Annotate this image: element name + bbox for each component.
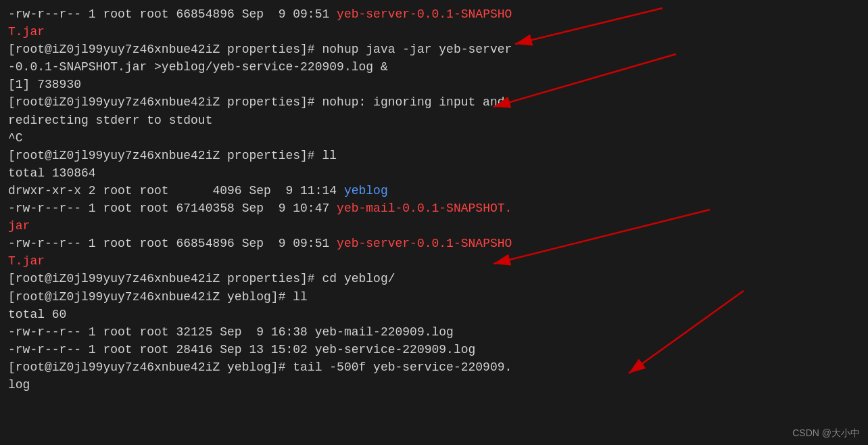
terminal-text: [1] 738930 [8, 78, 81, 91]
terminal-line: ^C [8, 129, 860, 147]
terminal-line: -rw-r--r-- 1 root root 28416 Sep 13 15:0… [8, 341, 860, 358]
terminal-line: [1] 738930 [8, 76, 860, 93]
terminal-text: T.jar [8, 254, 45, 268]
terminal-text: yeb-mail-0.0.1-SNAPSHOT. [337, 202, 512, 215]
terminal-line: [root@iZ0jl99yuy7z46xnbue42iZ yeblog]# t… [8, 358, 860, 376]
terminal-line: -rw-r--r-- 1 root root 67140358 Sep 9 10… [8, 200, 860, 217]
terminal-text: [root@iZ0jl99yuy7z46xnbue42iZ properties… [8, 272, 395, 285]
terminal-text: -rw-r--r-- 1 root root 28416 Sep 13 15:0… [8, 343, 475, 356]
terminal-text: -0.0.1-SNAPSHOT.jar >yeblog/yeb-service-… [8, 60, 388, 74]
terminal-text: [root@iZ0jl99yuy7z46xnbue42iZ properties… [8, 43, 512, 56]
terminal-text: yeb-server-0.0.1-SNAPSHO [337, 7, 512, 21]
terminal-text: [root@iZ0jl99yuy7z46xnbue42iZ properties… [8, 149, 337, 162]
csdn-watermark: CSDN @大小中 [792, 426, 860, 440]
terminal-line: redirecting stderr to stdout [8, 112, 860, 129]
terminal-text: yeb-server-0.0.1-SNAPSHO [337, 237, 512, 250]
terminal-line: drwxr-xr-x 2 root root 4096 Sep 9 11:14 … [8, 182, 860, 200]
terminal-text: yeblog [344, 184, 388, 197]
terminal-text: [root@iZ0jl99yuy7z46xnbue42iZ yeblog]# l… [8, 290, 308, 304]
terminal-line: [root@iZ0jl99yuy7z46xnbue42iZ yeblog]# l… [8, 288, 860, 306]
terminal-line: -rw-r--r-- 1 root root 32125 Sep 9 16:38… [8, 323, 860, 341]
terminal-text: -rw-r--r-- 1 root root 66854896 Sep 9 09… [8, 7, 337, 21]
terminal-text: [root@iZ0jl99yuy7z46xnbue42iZ yeblog]# t… [8, 360, 512, 374]
terminal-text: log [8, 378, 30, 392]
terminal-text: drwxr-xr-x 2 root root 4096 Sep 9 11:14 [8, 184, 344, 197]
terminal-line: -rw-r--r-- 1 root root 66854896 Sep 9 09… [8, 235, 860, 252]
terminal-line: [root@iZ0jl99yuy7z46xnbue42iZ properties… [8, 147, 860, 164]
terminal-text: jar [8, 219, 30, 233]
terminal-text: -rw-r--r-- 1 root root 32125 Sep 9 16:38… [8, 325, 454, 339]
terminal-line: -0.0.1-SNAPSHOT.jar >yeblog/yeb-service-… [8, 58, 860, 76]
terminal-line: [root@iZ0jl99yuy7z46xnbue42iZ properties… [8, 41, 860, 58]
terminal-text: redirecting stderr to stdout [8, 114, 212, 127]
terminal-line: jar [8, 217, 860, 235]
terminal-line: T.jar [8, 23, 860, 41]
terminal-line: log [8, 376, 860, 394]
terminal-line: T.jar [8, 252, 860, 270]
terminal-line: -rw-r--r-- 1 root root 66854896 Sep 9 09… [8, 5, 860, 23]
terminal-line: total 130864 [8, 164, 860, 182]
terminal-text: T.jar [8, 25, 45, 39]
terminal-text: -rw-r--r-- 1 root root 67140358 Sep 9 10… [8, 202, 337, 215]
terminal-line: [root@iZ0jl99yuy7z46xnbue42iZ properties… [8, 93, 860, 111]
terminal-line: total 60 [8, 306, 860, 323]
terminal-text: [root@iZ0jl99yuy7z46xnbue42iZ properties… [8, 95, 505, 109]
terminal: -rw-r--r-- 1 root root 66854896 Sep 9 09… [0, 0, 868, 445]
terminal-text: total 60 [8, 308, 66, 321]
terminal-text: ^C [8, 131, 23, 145]
terminal-line: [root@iZ0jl99yuy7z46xnbue42iZ properties… [8, 270, 860, 287]
terminal-content: -rw-r--r-- 1 root root 66854896 Sep 9 09… [8, 5, 860, 394]
terminal-text: total 130864 [8, 166, 96, 180]
terminal-text: -rw-r--r-- 1 root root 66854896 Sep 9 09… [8, 237, 337, 250]
